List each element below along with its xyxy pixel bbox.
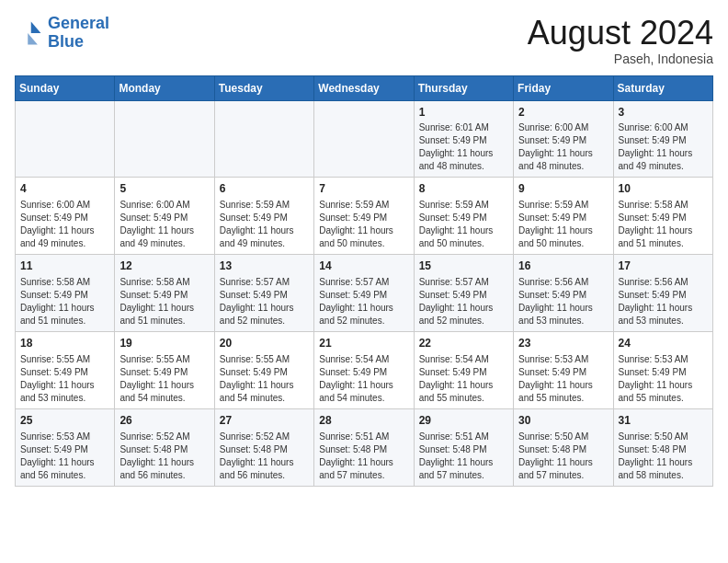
day-info: Sunrise: 5:55 AM Sunset: 5:49 PM Dayligh… bbox=[119, 353, 209, 405]
column-header-friday: Friday bbox=[514, 75, 613, 100]
day-info: Sunrise: 5:56 AM Sunset: 5:49 PM Dayligh… bbox=[619, 276, 708, 327]
day-number: 1 bbox=[419, 105, 508, 121]
calendar-week-row: 11Sunrise: 5:58 AM Sunset: 5:49 PM Dayli… bbox=[16, 255, 713, 332]
day-number: 25 bbox=[20, 413, 109, 429]
calendar-cell: 29Sunrise: 5:51 AM Sunset: 5:48 PM Dayli… bbox=[414, 408, 513, 486]
calendar-cell: 14Sunrise: 5:57 AM Sunset: 5:49 PM Dayli… bbox=[314, 255, 414, 332]
day-info: Sunrise: 6:00 AM Sunset: 5:49 PM Dayligh… bbox=[619, 121, 708, 173]
day-info: Sunrise: 5:54 AM Sunset: 5:49 PM Dayligh… bbox=[319, 353, 408, 405]
calendar-cell: 28Sunrise: 5:51 AM Sunset: 5:48 PM Dayli… bbox=[314, 408, 414, 486]
calendar-cell: 5Sunrise: 6:00 AM Sunset: 5:49 PM Daylig… bbox=[115, 178, 214, 255]
day-number: 22 bbox=[419, 336, 508, 351]
column-header-wednesday: Wednesday bbox=[314, 75, 414, 100]
calendar-cell: 18Sunrise: 5:55 AM Sunset: 5:49 PM Dayli… bbox=[16, 331, 115, 408]
calendar-cell: 25Sunrise: 5:53 AM Sunset: 5:49 PM Dayli… bbox=[16, 408, 115, 486]
calendar-cell: 20Sunrise: 5:55 AM Sunset: 5:49 PM Dayli… bbox=[214, 331, 313, 408]
day-number: 15 bbox=[419, 259, 508, 274]
calendar-cell: 12Sunrise: 5:58 AM Sunset: 5:49 PM Dayli… bbox=[115, 255, 214, 332]
day-number: 29 bbox=[419, 413, 508, 429]
day-info: Sunrise: 5:59 AM Sunset: 5:49 PM Dayligh… bbox=[319, 199, 408, 250]
day-number: 12 bbox=[119, 259, 209, 274]
day-number: 8 bbox=[419, 181, 508, 197]
day-number: 4 bbox=[20, 181, 109, 197]
day-number: 27 bbox=[220, 413, 309, 429]
day-number: 6 bbox=[220, 181, 309, 197]
day-info: Sunrise: 5:59 AM Sunset: 5:49 PM Dayligh… bbox=[419, 199, 508, 250]
day-number: 24 bbox=[619, 336, 708, 351]
column-header-saturday: Saturday bbox=[613, 75, 712, 100]
calendar-cell: 16Sunrise: 5:56 AM Sunset: 5:49 PM Dayli… bbox=[514, 255, 613, 332]
calendar-cell: 1Sunrise: 6:01 AM Sunset: 5:49 PM Daylig… bbox=[414, 100, 513, 178]
day-info: Sunrise: 5:53 AM Sunset: 5:49 PM Dayligh… bbox=[619, 353, 708, 405]
day-info: Sunrise: 5:51 AM Sunset: 5:48 PM Dayligh… bbox=[419, 431, 508, 482]
day-info: Sunrise: 6:01 AM Sunset: 5:49 PM Dayligh… bbox=[419, 121, 508, 173]
calendar-cell: 10Sunrise: 5:58 AM Sunset: 5:49 PM Dayli… bbox=[613, 178, 712, 255]
day-info: Sunrise: 5:57 AM Sunset: 5:49 PM Dayligh… bbox=[319, 276, 408, 327]
day-info: Sunrise: 5:53 AM Sunset: 5:49 PM Dayligh… bbox=[518, 353, 608, 405]
calendar-header-row: SundayMondayTuesdayWednesdayThursdayFrid… bbox=[16, 75, 713, 100]
day-number: 3 bbox=[619, 105, 708, 121]
day-info: Sunrise: 5:54 AM Sunset: 5:49 PM Dayligh… bbox=[419, 353, 508, 405]
calendar-cell: 26Sunrise: 5:52 AM Sunset: 5:48 PM Dayli… bbox=[115, 408, 214, 486]
calendar-cell: 17Sunrise: 5:56 AM Sunset: 5:49 PM Dayli… bbox=[613, 255, 712, 332]
day-number: 28 bbox=[319, 413, 408, 429]
logo-text: General Blue bbox=[48, 15, 109, 52]
calendar-cell: 6Sunrise: 5:59 AM Sunset: 5:49 PM Daylig… bbox=[214, 178, 313, 255]
day-info: Sunrise: 5:55 AM Sunset: 5:49 PM Dayligh… bbox=[220, 353, 309, 405]
calendar-cell: 11Sunrise: 5:58 AM Sunset: 5:49 PM Dayli… bbox=[16, 255, 115, 332]
column-header-tuesday: Tuesday bbox=[214, 75, 313, 100]
title-area: August 2024 Paseh, Indonesia bbox=[528, 15, 713, 66]
day-number: 16 bbox=[518, 259, 608, 274]
main-title: August 2024 bbox=[528, 15, 713, 52]
calendar-cell bbox=[115, 100, 214, 178]
day-number: 14 bbox=[319, 259, 408, 274]
calendar-table: SundayMondayTuesdayWednesdayThursdayFrid… bbox=[15, 75, 713, 487]
day-number: 18 bbox=[20, 336, 109, 351]
calendar-week-row: 25Sunrise: 5:53 AM Sunset: 5:49 PM Dayli… bbox=[16, 408, 713, 486]
calendar-cell bbox=[16, 100, 115, 178]
day-number: 2 bbox=[518, 105, 608, 121]
day-number: 20 bbox=[220, 336, 309, 351]
calendar-cell: 22Sunrise: 5:54 AM Sunset: 5:49 PM Dayli… bbox=[414, 331, 513, 408]
svg-marker-1 bbox=[28, 33, 38, 44]
svg-marker-0 bbox=[31, 21, 41, 32]
day-info: Sunrise: 6:00 AM Sunset: 5:49 PM Dayligh… bbox=[20, 199, 109, 250]
page-header: General Blue August 2024 Paseh, Indonesi… bbox=[15, 15, 713, 66]
calendar-cell: 7Sunrise: 5:59 AM Sunset: 5:49 PM Daylig… bbox=[314, 178, 414, 255]
subtitle: Paseh, Indonesia bbox=[528, 52, 713, 66]
day-number: 23 bbox=[518, 336, 608, 351]
day-number: 7 bbox=[319, 181, 408, 197]
day-info: Sunrise: 5:50 AM Sunset: 5:48 PM Dayligh… bbox=[518, 431, 608, 482]
day-info: Sunrise: 5:58 AM Sunset: 5:49 PM Dayligh… bbox=[619, 199, 708, 250]
calendar-cell: 27Sunrise: 5:52 AM Sunset: 5:48 PM Dayli… bbox=[214, 408, 313, 486]
day-info: Sunrise: 5:52 AM Sunset: 5:48 PM Dayligh… bbox=[119, 431, 209, 482]
day-number: 30 bbox=[518, 413, 608, 429]
calendar-cell: 13Sunrise: 5:57 AM Sunset: 5:49 PM Dayli… bbox=[214, 255, 313, 332]
day-info: Sunrise: 5:57 AM Sunset: 5:49 PM Dayligh… bbox=[419, 276, 508, 327]
calendar-week-row: 1Sunrise: 6:01 AM Sunset: 5:49 PM Daylig… bbox=[16, 100, 713, 178]
calendar-cell: 30Sunrise: 5:50 AM Sunset: 5:48 PM Dayli… bbox=[514, 408, 613, 486]
day-info: Sunrise: 5:57 AM Sunset: 5:49 PM Dayligh… bbox=[220, 276, 309, 327]
day-info: Sunrise: 5:59 AM Sunset: 5:49 PM Dayligh… bbox=[220, 199, 309, 250]
calendar-cell: 23Sunrise: 5:53 AM Sunset: 5:49 PM Dayli… bbox=[514, 331, 613, 408]
calendar-cell: 15Sunrise: 5:57 AM Sunset: 5:49 PM Dayli… bbox=[414, 255, 513, 332]
day-info: Sunrise: 5:59 AM Sunset: 5:49 PM Dayligh… bbox=[518, 199, 608, 250]
day-info: Sunrise: 6:00 AM Sunset: 5:49 PM Dayligh… bbox=[518, 121, 608, 173]
logo-icon bbox=[15, 18, 44, 48]
day-info: Sunrise: 5:58 AM Sunset: 5:49 PM Dayligh… bbox=[119, 276, 209, 327]
calendar-cell: 21Sunrise: 5:54 AM Sunset: 5:49 PM Dayli… bbox=[314, 331, 414, 408]
day-info: Sunrise: 6:00 AM Sunset: 5:49 PM Dayligh… bbox=[119, 199, 209, 250]
day-number: 10 bbox=[619, 181, 708, 197]
calendar-cell: 19Sunrise: 5:55 AM Sunset: 5:49 PM Dayli… bbox=[115, 331, 214, 408]
day-info: Sunrise: 5:52 AM Sunset: 5:48 PM Dayligh… bbox=[220, 431, 309, 482]
calendar-cell: 3Sunrise: 6:00 AM Sunset: 5:49 PM Daylig… bbox=[613, 100, 712, 178]
day-info: Sunrise: 5:56 AM Sunset: 5:49 PM Dayligh… bbox=[518, 276, 608, 327]
day-number: 13 bbox=[220, 259, 309, 274]
day-info: Sunrise: 5:50 AM Sunset: 5:48 PM Dayligh… bbox=[619, 431, 708, 482]
day-number: 11 bbox=[20, 259, 109, 274]
column-header-thursday: Thursday bbox=[414, 75, 513, 100]
calendar-cell: 9Sunrise: 5:59 AM Sunset: 5:49 PM Daylig… bbox=[514, 178, 613, 255]
day-number: 19 bbox=[119, 336, 209, 351]
calendar-cell: 2Sunrise: 6:00 AM Sunset: 5:49 PM Daylig… bbox=[514, 100, 613, 178]
calendar-cell bbox=[314, 100, 414, 178]
